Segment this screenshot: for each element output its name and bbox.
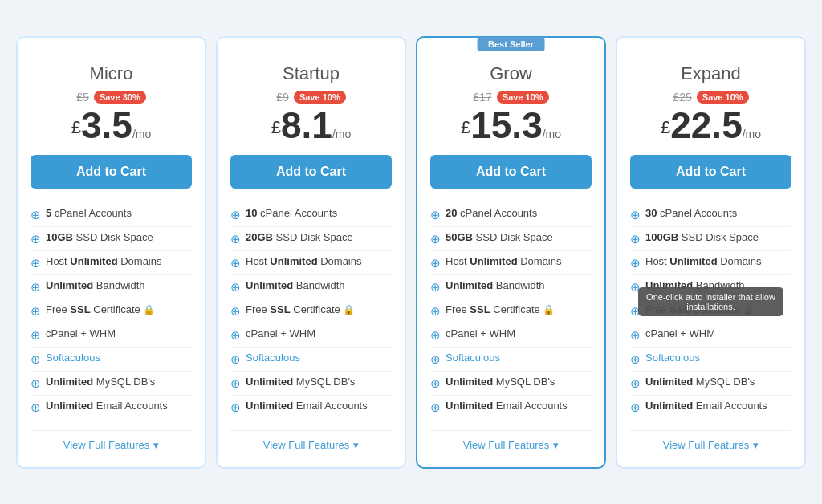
feature-item: ⊕Free SSL Certificate 🔒 [230,299,392,323]
feature-check-icon: ⊕ [31,232,41,246]
save-badge-grow: Save 10% [497,91,549,104]
features-list-expand: ⊕30 cPanel Accounts ⊕100GB SSD Disk Spac… [630,203,791,419]
view-full-features-expand[interactable]: View Full Features ▾ [630,430,791,451]
view-full-features-micro[interactable]: View Full Features ▾ [31,430,192,451]
feature-text: Unlimited Bandwidth [645,279,745,291]
feature-text: 20 cPanel Accounts [446,207,537,219]
feature-item: ⊕Unlimited Bandwidth [31,275,192,299]
feature-text: Softaculous [645,352,700,364]
feature-item: ⊕Free SSL Certificate 🔒 [630,299,791,323]
feature-text: Free SSL Certificate 🔒 [46,303,155,315]
features-list-grow: ⊕20 cPanel Accounts ⊕50GB SSD Disk Space… [430,203,592,419]
feature-text: Unlimited MySQL DB's [246,376,355,388]
softaculous-link[interactable]: Softaculous [46,352,100,364]
feature-item: ⊕20 cPanel Accounts [430,203,592,227]
feature-item: ⊕5 cPanel Accounts [31,203,192,227]
feature-check-icon: ⊕ [230,352,241,367]
feature-check-icon: ⊕ [31,376,41,391]
feature-check-icon: ⊕ [430,376,441,391]
feature-check-icon: ⊕ [230,280,241,295]
feature-item: ⊕Softaculous [430,348,592,372]
feature-check-icon: ⊕ [630,328,641,343]
feature-item: ⊕Free SSL Certificate 🔒 [430,299,592,323]
feature-check-icon: ⊕ [31,208,41,222]
feature-check-icon: ⊕ [630,352,641,367]
feature-item: ⊕10GB SSD Disk Space [31,227,192,251]
plan-card-micro: Micro £5 Save 30% £3.5/mo Add to Cart ⊕5… [16,36,206,469]
save-badge-micro: Save 30% [94,91,146,104]
feature-check-icon: ⊕ [630,304,641,319]
feature-check-icon: ⊕ [31,328,41,343]
save-badge-startup: Save 10% [294,91,346,104]
add-to-cart-expand[interactable]: Add to Cart [630,155,791,189]
feature-item: ⊕Unlimited Email Accounts [230,396,392,419]
feature-text: Host Unlimited Domains [645,255,762,267]
feature-text: Unlimited Email Accounts [446,400,568,412]
amount-grow: 15.3 [470,104,543,146]
feature-item: ⊕50GB SSD Disk Space [430,227,592,251]
feature-check-icon: ⊕ [31,352,41,367]
ssl-link[interactable]: SSL [70,303,90,315]
feature-text: Free SSL Certificate 🔒 [446,303,555,315]
view-full-features-startup[interactable]: View Full Features ▾ [230,430,392,451]
feature-check-icon: ⊕ [430,304,441,319]
feature-check-icon: ⊕ [31,256,41,270]
feature-text: Host Unlimited Domains [246,255,362,267]
feature-check-icon: ⊕ [230,256,241,270]
features-list-startup: ⊕10 cPanel Accounts ⊕20GB SSD Disk Space… [230,203,392,419]
feature-check-icon: ⊕ [230,304,241,319]
feature-text: Unlimited Bandwidth [246,279,345,291]
view-full-features-grow[interactable]: View Full Features ▾ [430,430,592,451]
feature-item: ⊕Host Unlimited Domains [630,251,791,275]
add-to-cart-startup[interactable]: Add to Cart [230,155,392,189]
pricing-container: Micro £5 Save 30% £3.5/mo Add to Cart ⊕5… [16,36,806,469]
plan-name-micro: Micro [31,63,192,84]
softaculous-link[interactable]: Softaculous [246,352,300,364]
feature-check-icon: ⊕ [230,400,241,415]
original-price-micro: £5 [76,91,89,104]
feature-check-icon: ⊕ [630,232,641,246]
add-to-cart-micro[interactable]: Add to Cart [31,155,192,189]
feature-item: ⊕Unlimited Email Accounts [630,396,791,419]
features-list-micro: ⊕5 cPanel Accounts ⊕10GB SSD Disk Space … [31,203,192,419]
feature-check-icon: ⊕ [430,208,441,222]
amount-micro: 3.5 [81,104,132,146]
plan-name-grow: Grow [430,63,592,84]
plan-card-grow: Best SellerGrow £17 Save 10% £15.3/mo Ad… [416,36,606,469]
price-main-micro: £3.5/mo [31,107,192,144]
feature-item: ⊕Unlimited Bandwidth [230,275,392,299]
feature-text: 10GB SSD Disk Space [46,231,153,243]
feature-item: ⊕cPanel + WHM [430,323,592,348]
price-row-micro: £5 Save 30% [31,91,192,104]
feature-item: ⊕cPanel + WHM [230,323,392,348]
amount-expand: 22.5 [670,104,743,146]
feature-item: ⊕100GB SSD Disk Space [630,227,791,251]
add-to-cart-grow[interactable]: Add to Cart [430,155,592,189]
feature-text: Free SSL Certificate 🔒 [246,303,355,315]
feature-item: ⊕cPanel + WHM [31,323,192,348]
feature-text: Unlimited MySQL DB's [645,376,755,388]
ssl-link[interactable]: SSL [270,303,290,315]
chevron-down-icon: ▾ [153,439,159,451]
view-features-label: View Full Features [463,439,549,451]
feature-check-icon: ⊕ [230,376,241,391]
chevron-down-icon: ▾ [753,439,759,451]
softaculous-link[interactable]: Softaculous [446,352,500,364]
plan-card-startup: Startup £9 Save 10% £8.1/mo Add to Cart … [216,36,406,469]
feature-text: Softaculous [46,352,100,364]
feature-item: ⊕Unlimited Email Accounts [430,396,592,419]
feature-check-icon: ⊕ [630,280,641,295]
price-main-startup: £8.1/mo [230,107,392,144]
feature-text: cPanel + WHM [645,327,715,339]
original-price-grow: £17 [473,91,491,104]
feature-check-icon: ⊕ [230,208,241,222]
currency-micro: £ [71,116,81,136]
softaculous-link[interactable]: Softaculous [645,352,700,364]
feature-text: Host Unlimited Domains [446,255,562,267]
ssl-link[interactable]: SSL [669,303,690,315]
feature-item: ⊕10 cPanel Accounts [230,203,392,227]
per-mo-micro: /mo [132,128,151,140]
feature-text: Unlimited MySQL DB's [446,376,555,388]
ssl-link[interactable]: SSL [470,303,490,315]
feature-check-icon: ⊕ [230,328,241,343]
